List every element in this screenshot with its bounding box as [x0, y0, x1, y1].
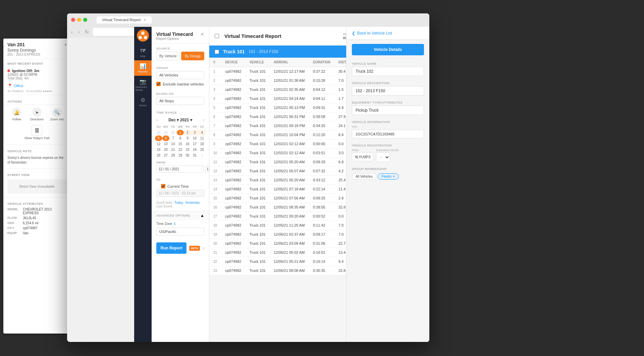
table-cell: cp074982: [221, 67, 245, 76]
collapse-panel-icon[interactable]: ›: [203, 245, 204, 251]
sidebar-item-admin[interactable]: ⚙ Admin: [134, 94, 152, 110]
cal-day-9[interactable]: 9: [184, 135, 191, 141]
cal-day-7[interactable]: 7: [169, 135, 177, 141]
cal-day-20[interactable]: 20: [162, 147, 170, 153]
cal-day-17[interactable]: 17: [191, 141, 199, 147]
app-logo[interactable]: [137, 29, 149, 43]
current-time-checkbox[interactable]: [161, 184, 165, 188]
cal-day-16[interactable]: 16: [184, 141, 191, 147]
exclude-inactive-checkbox[interactable]: [156, 82, 161, 86]
from-time-input[interactable]: [205, 166, 209, 173]
cal-day-5[interactable]: 5: [155, 135, 162, 141]
truck-sub: 101 - 2014 F150: [249, 49, 278, 54]
sidebar-item-reports[interactable]: 📊 Reports: [134, 60, 152, 76]
fleetio-close-icon[interactable]: ✕: [392, 175, 395, 178]
vehicle-desc-field[interactable]: 102 - 2013 F150: [352, 86, 424, 96]
cal-day-31[interactable]: 31: [191, 153, 199, 158]
next-month-button[interactable]: ›: [203, 118, 204, 122]
follow-button[interactable]: 🔔 Follow: [7, 108, 26, 121]
cal-day-29[interactable]: 29: [177, 153, 184, 158]
cal-day-25[interactable]: 25: [198, 147, 206, 153]
admin-icon: ⚙: [141, 97, 145, 103]
forward-nav-button[interactable]: ›: [77, 28, 81, 35]
by-group-button[interactable]: By Group: [181, 52, 205, 60]
office-link[interactable]: 📍 Office: [3, 82, 70, 90]
cal-day-24[interactable]: 24: [191, 147, 199, 153]
van-chevron-icon[interactable]: ▾: [65, 43, 66, 47]
cal-day-4[interactable]: 4: [198, 130, 206, 135]
maximize-window-button[interactable]: [83, 18, 87, 22]
sidebar-item-map[interactable]: 🗺 Map: [134, 45, 152, 60]
back-to-vehicle-link[interactable]: ❮ Back to Vehicle List: [346, 27, 429, 40]
quick-last-event-link[interactable]: Last Event: [156, 204, 172, 208]
van-title[interactable]: Van 201: [7, 42, 25, 47]
truck-select-checkbox[interactable]: [215, 50, 219, 54]
cal-day-18[interactable]: 18: [198, 141, 206, 147]
equip-type-field[interactable]: Pickup Truck: [352, 106, 424, 115]
minimize-window-button[interactable]: [77, 18, 81, 22]
cal-day-12[interactable]: 12: [155, 141, 162, 147]
cal-day-6[interactable]: 6: [162, 135, 170, 141]
group-select[interactable]: All Vehicles: [156, 71, 204, 79]
vehicle-note-section: VEHICLE NOTE Sonny's drivers license exp…: [3, 144, 70, 168]
vehicle-attributes-label: VEHICLE ATTRIBUTES: [3, 199, 70, 207]
row-number: 16: [209, 203, 221, 212]
select-all-checkbox[interactable]: [215, 34, 219, 38]
cal-day-11[interactable]: 11: [198, 135, 206, 141]
cal-day-27[interactable]: 27: [162, 153, 170, 158]
cal-day-14[interactable]: 14: [169, 141, 177, 147]
table-cell: Truck 101: [245, 94, 270, 103]
timezone-info-icon[interactable]: ℹ: [174, 222, 175, 226]
expiration-select[interactable]: -: [376, 153, 390, 162]
advanced-options-toggle[interactable]: ADVANCED OPTIONS ▲: [152, 211, 209, 220]
plate-label: PLATE: [7, 216, 21, 220]
sidebar-item-dashcam[interactable]: 📷 Dashcam Media: [134, 76, 152, 94]
cal-day-3[interactable]: 3: [191, 130, 199, 135]
zoom-into-button[interactable]: 🔍 Zoom Into: [48, 108, 66, 121]
cal-day-2[interactable]: 2: [184, 130, 191, 135]
refresh-button[interactable]: ↻: [84, 28, 90, 35]
run-report-button[interactable]: Run Report: [156, 242, 186, 254]
back-nav-button[interactable]: ‹: [70, 28, 74, 35]
prev-month-button[interactable]: ‹: [156, 118, 158, 122]
cal-day-1-jan[interactable]: 1: [198, 153, 206, 158]
vehicle-name-field[interactable]: Truck 102: [352, 67, 424, 76]
cal-day-13[interactable]: 13: [162, 141, 170, 147]
close-panel-button[interactable]: ✕: [200, 32, 204, 37]
office-link-label[interactable]: Office: [14, 84, 23, 88]
most-recent-event-label: MOST RECENT EVENT: [3, 59, 70, 67]
cp-label: CP #: [7, 226, 21, 230]
cal-day-19[interactable]: 19: [155, 147, 162, 153]
quick-today-link[interactable]: Today: [174, 201, 183, 204]
cal-day-29-nov[interactable]: 29: [162, 130, 170, 135]
by-vehicle-button[interactable]: By Vehicle: [156, 52, 180, 60]
cal-day-26[interactable]: 26: [155, 153, 162, 158]
show-trail-button[interactable]: 🛤 Show Today's Trail: [3, 124, 70, 142]
plate-field[interactable]: 9LYU0P3: [352, 153, 373, 161]
directions-button[interactable]: ➤ Directions: [28, 108, 46, 121]
cal-day-22[interactable]: 22: [177, 147, 184, 153]
cal-day-21[interactable]: 21: [169, 147, 177, 153]
table-cell: 0:07:32: [309, 167, 334, 176]
quick-yesterday-link[interactable]: Yesterday: [185, 201, 200, 204]
cal-day-1[interactable]: 1: [177, 130, 184, 135]
cal-day-15[interactable]: 15: [177, 141, 184, 147]
cal-day-28-nov[interactable]: 28: [155, 130, 162, 135]
cal-day-30[interactable]: 30: [184, 153, 191, 158]
from-date-input[interactable]: [156, 166, 204, 173]
timezone-select[interactable]: US/Pacific: [156, 228, 204, 236]
cal-day-30-nov[interactable]: 30: [169, 130, 177, 135]
cal-day-10[interactable]: 10: [191, 135, 199, 141]
group-tag-all-vehicles[interactable]: All Vehicles: [352, 173, 376, 180]
to-date-input[interactable]: [156, 190, 204, 197]
cal-day-23[interactable]: 23: [184, 147, 191, 153]
cal-day-8[interactable]: 8: [177, 135, 184, 141]
table-cell: cp074982: [221, 239, 245, 248]
browser-tab[interactable]: Virtual Timecard Report ✕: [97, 16, 152, 23]
vin-field[interactable]: 1GC2GTCA7D1193465: [352, 130, 424, 138]
tab-close-icon[interactable]: ✕: [143, 18, 146, 22]
close-window-button[interactable]: [71, 18, 75, 22]
based-on-select[interactable]: All Stops: [156, 97, 204, 105]
vehicle-details-button[interactable]: Vehicle Details: [352, 44, 424, 55]
cal-day-28[interactable]: 28: [169, 153, 177, 158]
